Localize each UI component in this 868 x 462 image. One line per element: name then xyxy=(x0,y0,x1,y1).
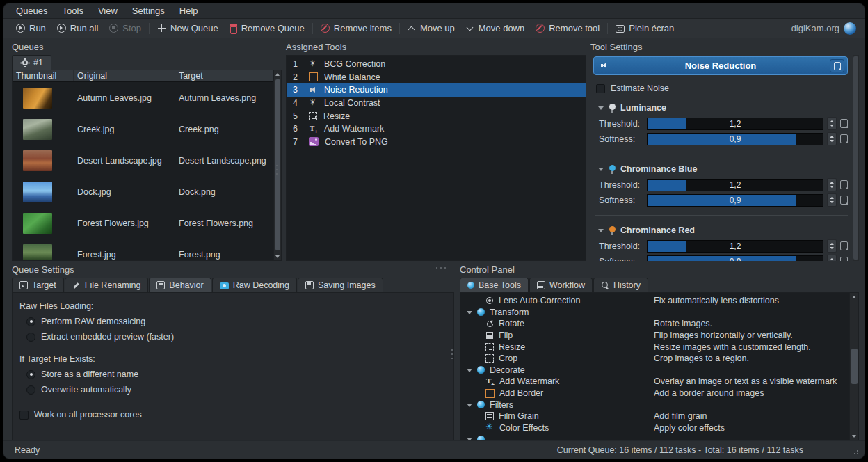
spin-up-icon[interactable] xyxy=(830,120,834,122)
column-header-thumbnail[interactable]: Thumbnail xyxy=(13,70,74,81)
tab-saving-images[interactable]: Saving Images xyxy=(298,278,383,292)
tool-settings-scrollbar[interactable] xyxy=(853,55,859,261)
move-down-button[interactable]: Move down xyxy=(460,19,530,38)
spin-down-icon[interactable] xyxy=(830,186,834,188)
radio-option-overwrite-automatically[interactable]: Overwrite automatically xyxy=(19,382,453,397)
spin-up-icon[interactable] xyxy=(830,258,834,260)
scroll-down-arrow[interactable] xyxy=(850,432,858,440)
plein-cran-button[interactable]: Plein écran xyxy=(610,19,680,38)
queues-splitter-grip[interactable] xyxy=(275,164,278,176)
scroll-up-arrow[interactable] xyxy=(274,70,281,78)
reset-value-icon[interactable] xyxy=(840,257,848,261)
menu-view[interactable]: View xyxy=(98,6,118,16)
section-header-chrominance-red[interactable]: Chrominance Red xyxy=(597,225,848,235)
control-panel-scrollbar[interactable] xyxy=(849,293,858,440)
menu-settings[interactable]: Settings xyxy=(132,6,165,16)
spinbox-arrows[interactable] xyxy=(827,178,837,191)
spin-up-icon[interactable] xyxy=(830,136,834,138)
remove-tool-button[interactable]: Remove tool xyxy=(530,19,605,38)
horizontal-splitter-grip[interactable] xyxy=(435,266,447,269)
softness-slider[interactable]: 0,9 xyxy=(647,255,823,262)
tool-group-transform[interactable]: Transform xyxy=(460,307,849,319)
spin-down-icon[interactable] xyxy=(830,140,834,142)
tab-base-tools[interactable]: Base Tools xyxy=(460,278,529,292)
reset-value-icon[interactable] xyxy=(840,134,848,143)
scroll-up-arrow[interactable] xyxy=(850,293,858,301)
queue-item-row-dock-jpg[interactable]: Dock.jpgDock.png xyxy=(13,176,273,207)
menu-queues[interactable]: Queues xyxy=(16,6,48,16)
spinbox-arrows[interactable] xyxy=(827,193,837,207)
checkbox[interactable] xyxy=(19,411,29,420)
column-header-target[interactable]: Target xyxy=(175,70,273,81)
scrollbar-thumb[interactable] xyxy=(851,349,858,384)
softness-slider[interactable]: 0,9 xyxy=(647,194,823,207)
remove-queue-button[interactable]: Remove Queue xyxy=(224,19,310,38)
reset-value-icon[interactable] xyxy=(840,119,848,128)
tool-item-add-watermark[interactable]: Add WatermarkOverlay an image or text as… xyxy=(460,376,849,388)
tab-raw-decoding[interactable]: Raw Decoding xyxy=(212,278,297,292)
reset-value-icon[interactable] xyxy=(840,196,848,205)
reset-tool-settings-button[interactable] xyxy=(830,59,844,72)
tool-group-filters[interactable]: Filters xyxy=(460,399,849,411)
tab-behavior[interactable]: Behavior xyxy=(149,278,211,292)
tool-item-resize[interactable]: ResizeResize images with a customized le… xyxy=(460,341,849,353)
assigned-tool-local-contrast[interactable]: 4Local Contrast xyxy=(287,97,586,110)
tool-item-crop[interactable]: CropCrop images to a region. xyxy=(460,353,849,365)
tab-file-renaming[interactable]: File Renaming xyxy=(65,278,149,292)
tool-item-add-border[interactable]: Add BorderAdd a border around images xyxy=(460,388,849,399)
tab-history[interactable]: History xyxy=(593,278,648,292)
scrollbar-thumb[interactable] xyxy=(853,56,858,260)
new-queue-button[interactable]: New Queue xyxy=(152,19,224,38)
queue-tab-1[interactable]: #1 xyxy=(12,55,51,70)
threshold-slider[interactable]: 1,2 xyxy=(647,118,823,130)
spin-down-icon[interactable] xyxy=(830,247,834,249)
radio-option-extract-embedded-preview-faster[interactable]: Extract embedded preview (faster) xyxy=(19,329,453,344)
radio-button[interactable] xyxy=(26,317,35,326)
queue-item-row-forest-flowers-jpg[interactable]: Forest Flowers.jpgForest Flowers.png xyxy=(13,207,273,239)
assigned-tool-add-watermark[interactable]: 6Add Watermark xyxy=(287,122,586,136)
checkbox-option-work-on-all-processor-cores[interactable]: Work on all processor cores xyxy=(19,410,453,420)
remove-items-button[interactable]: Remove items xyxy=(315,19,397,38)
assigned-tool-convert-to-png[interactable]: 7Convert To PNG xyxy=(287,136,586,149)
brand[interactable]: digiKam.org xyxy=(791,22,856,35)
tool-item-lens-auto-correction[interactable]: Lens Auto-CorrectionFix automatically le… xyxy=(460,295,849,307)
radio-button[interactable] xyxy=(26,385,35,395)
spinbox-arrows[interactable] xyxy=(827,132,837,145)
spin-down-icon[interactable] xyxy=(830,201,834,203)
softness-slider[interactable]: 0,9 xyxy=(647,133,823,145)
queue-item-row-forest-jpg[interactable]: Forest.jpgForest.png xyxy=(13,239,273,260)
spinbox-arrows[interactable] xyxy=(827,239,837,253)
resize-grip[interactable] xyxy=(853,448,860,455)
reset-value-icon[interactable] xyxy=(840,241,848,250)
radio-button[interactable] xyxy=(26,333,35,342)
spinbox-arrows[interactable] xyxy=(827,117,837,130)
estimate-noise-checkbox[interactable] xyxy=(596,84,605,93)
assigned-tool-resize[interactable]: 5Resize xyxy=(287,109,586,122)
spin-up-icon[interactable] xyxy=(830,197,834,199)
spin-down-icon[interactable] xyxy=(830,125,834,127)
spinbox-arrows[interactable] xyxy=(827,255,837,261)
threshold-slider[interactable]: 1,2 xyxy=(647,240,823,253)
spin-up-icon[interactable] xyxy=(830,243,834,245)
section-header-luminance[interactable]: Luminance xyxy=(597,103,848,113)
assigned-tool-white-balance[interactable]: 2White Balance xyxy=(287,71,586,84)
tool-item-flip[interactable]: FlipFlip images horizontally or vertical… xyxy=(460,330,849,342)
menu-help[interactable]: Help xyxy=(179,6,198,16)
scroll-down-arrow[interactable] xyxy=(274,253,281,260)
tool-item-rotate[interactable]: RotateRotate images. xyxy=(460,318,849,330)
column-header-original[interactable]: Original xyxy=(74,70,175,81)
radio-option-perform-raw-demosaicing[interactable]: Perform RAW demosaicing xyxy=(19,314,453,329)
queue-item-row-autumn-leaves-jpg[interactable]: Autumn Leaves.jpgAutumn Leaves.png xyxy=(13,82,273,113)
radio-option-store-as-a-different-name[interactable]: Store as a different name xyxy=(19,367,453,382)
reset-value-icon[interactable] xyxy=(840,180,848,189)
tool-item-film-grain[interactable]: Film GrainAdd film grain xyxy=(460,411,849,422)
threshold-slider[interactable]: 1,2 xyxy=(647,179,823,191)
tab-workflow[interactable]: Workflow xyxy=(529,278,593,292)
tool-item-color-effects[interactable]: Color EffectsApply color effects xyxy=(460,422,849,434)
section-header-chrominance-blue[interactable]: Chrominance Blue xyxy=(597,164,848,174)
menu-tools[interactable]: Tools xyxy=(63,6,83,16)
move-up-button[interactable]: Move up xyxy=(402,19,460,38)
spin-up-icon[interactable] xyxy=(830,182,834,184)
estimate-noise-row[interactable]: Estimate Noise xyxy=(596,83,848,93)
assigned-tool-bcg-correction[interactable]: 1BCG Correction xyxy=(287,58,586,71)
